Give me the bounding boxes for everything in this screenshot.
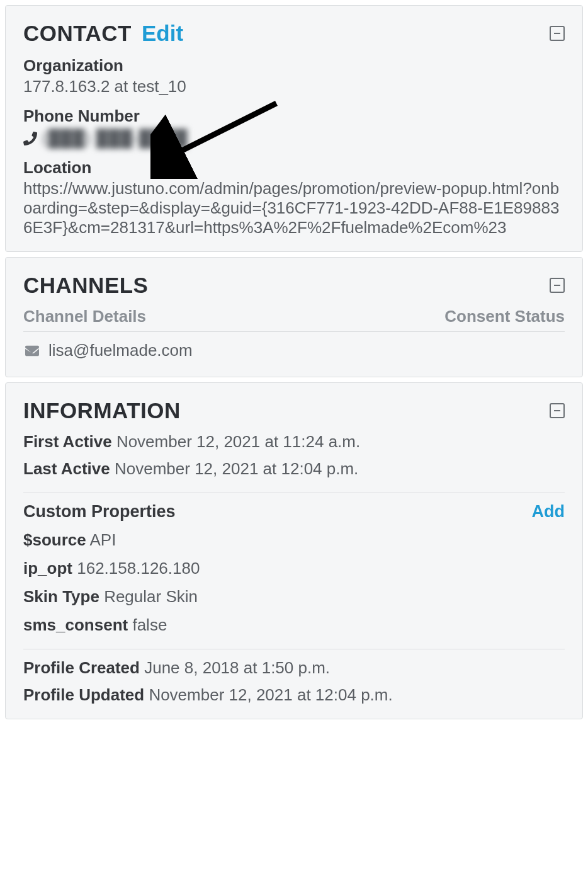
profile-updated-value: November 12, 2021 at 12:04 p.m. <box>149 685 392 704</box>
contact-header: CONTACT Edit <box>23 21 565 46</box>
property-key: $source <box>23 530 86 549</box>
channels-title: CHANNELS <box>23 273 148 298</box>
last-active-label: Last Active <box>23 459 110 478</box>
custom-properties-title: Custom Properties <box>23 502 176 522</box>
phone-row: (███) ███-████ <box>23 128 565 148</box>
collapse-icon[interactable] <box>550 26 565 41</box>
phone-value: (███) ███-████ <box>42 128 188 148</box>
add-link[interactable]: Add <box>532 502 565 522</box>
property-value: Regular Skin <box>104 587 198 606</box>
first-active-row: First Active November 12, 2021 at 11:24 … <box>23 432 565 452</box>
last-active-value: November 12, 2021 at 12:04 p.m. <box>115 459 358 478</box>
contact-title: CONTACT <box>23 21 132 46</box>
information-title: INFORMATION <box>23 398 181 423</box>
property-row: $source API <box>23 530 565 550</box>
property-key: Skin Type <box>23 587 99 606</box>
property-row: sms_consent false <box>23 615 565 635</box>
property-value: 162.158.126.180 <box>77 559 200 578</box>
information-panel: INFORMATION First Active November 12, 20… <box>5 382 583 719</box>
first-active-value: November 12, 2021 at 11:24 a.m. <box>116 432 360 451</box>
divider <box>23 493 565 493</box>
profile-created-row: Profile Created June 8, 2018 at 1:50 p.m… <box>23 658 565 678</box>
collapse-icon[interactable] <box>550 278 565 293</box>
profile-updated-row: Profile Updated November 12, 2021 at 12:… <box>23 685 565 705</box>
channels-columns: Channel Details Consent Status <box>23 307 565 332</box>
property-key: ip_opt <box>23 559 72 578</box>
location-label: Location <box>23 158 565 178</box>
edit-link[interactable]: Edit <box>142 21 183 46</box>
phone-icon <box>23 132 37 146</box>
last-active-row: Last Active November 12, 2021 at 12:04 p… <box>23 459 565 479</box>
envelope-icon <box>23 344 41 358</box>
custom-properties-header: Custom Properties Add <box>23 502 565 522</box>
profile-created-label: Profile Created <box>23 658 140 677</box>
channels-panel: CHANNELS Channel Details Consent Status … <box>5 257 583 377</box>
profile-created-value: June 8, 2018 at 1:50 p.m. <box>144 658 330 677</box>
collapse-icon[interactable] <box>550 403 565 418</box>
property-value: false <box>132 615 167 634</box>
divider <box>23 649 565 649</box>
channels-header: CHANNELS <box>23 273 565 298</box>
location-value: https://www.justuno.com/admin/pages/prom… <box>23 179 565 237</box>
consent-status-header: Consent Status <box>444 307 565 326</box>
property-row: ip_opt 162.158.126.180 <box>23 559 565 578</box>
phone-label: Phone Number <box>23 106 565 126</box>
property-value: API <box>90 530 116 549</box>
organization-value: 177.8.163.2 at test_10 <box>23 77 565 96</box>
property-key: sms_consent <box>23 615 128 634</box>
first-active-label: First Active <box>23 432 112 451</box>
information-header: INFORMATION <box>23 398 565 423</box>
profile-updated-label: Profile Updated <box>23 685 144 704</box>
channel-details-header: Channel Details <box>23 307 146 326</box>
channel-email[interactable]: lisa@fuelmade.com <box>48 341 193 360</box>
organization-label: Organization <box>23 56 565 76</box>
contact-panel: CONTACT Edit Organization 177.8.163.2 at… <box>5 5 583 252</box>
property-row: Skin Type Regular Skin <box>23 587 565 607</box>
channel-row: lisa@fuelmade.com <box>23 332 565 363</box>
